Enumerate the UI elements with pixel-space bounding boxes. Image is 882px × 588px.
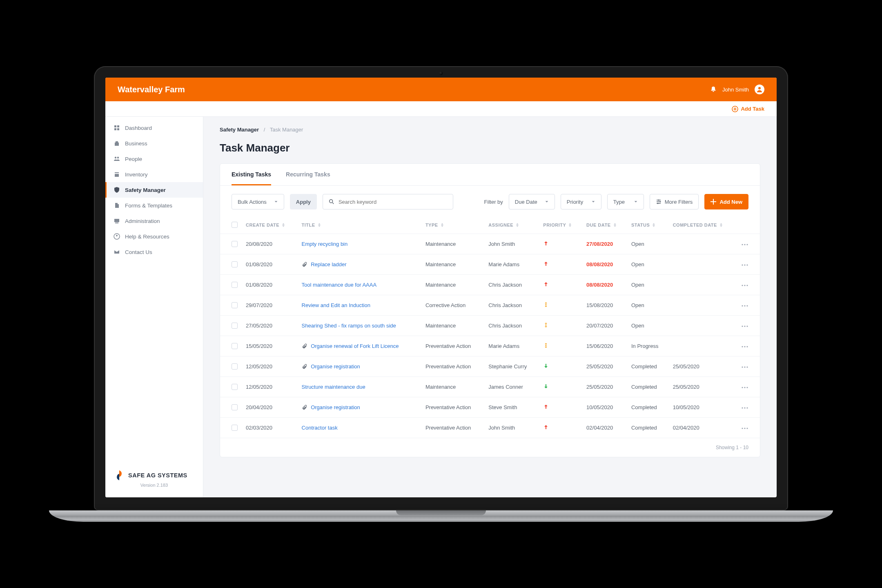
col-priority[interactable]: Priority — [543, 223, 572, 227]
table-footer: Showing 1 - 10 — [220, 438, 760, 457]
sidebar-item-help-resources[interactable]: Help & Resources — [105, 229, 203, 244]
table-row: 12/05/2020 Structure maintenance due Mai… — [220, 377, 760, 397]
row-actions-icon[interactable] — [741, 345, 748, 348]
cell-assignee: Marie Adams — [484, 336, 539, 356]
cell-title: Organise registration — [298, 397, 421, 418]
task-title-link[interactable]: Replace ladder — [311, 261, 346, 267]
filter-priority[interactable]: Priority — [561, 194, 601, 209]
tasks-table: Create Date Title Type Assignee Priority… — [220, 218, 760, 438]
row-actions-icon[interactable] — [741, 325, 748, 327]
sub-bar: Add Task — [105, 101, 777, 117]
row-checkbox[interactable] — [232, 241, 238, 247]
cell-title: Organise renewal of Fork Lift Licence — [298, 336, 421, 356]
sidebar-item-label: Business — [125, 140, 147, 147]
row-actions-icon[interactable] — [741, 284, 748, 287]
sidebar-item-safety-manager[interactable]: Safety Manager — [105, 182, 203, 198]
cell-assignee: Chris Jackson — [484, 275, 539, 295]
bell-icon[interactable] — [710, 86, 717, 93]
row-actions-icon[interactable] — [741, 366, 748, 368]
row-checkbox[interactable] — [232, 282, 238, 288]
cell-assignee: James Conner — [484, 377, 539, 397]
add-task-button[interactable]: Add Task — [732, 106, 764, 112]
cell-status: Open — [627, 254, 669, 275]
row-checkbox[interactable] — [232, 363, 238, 370]
admin-icon — [114, 218, 120, 224]
cell-create-date: 27/05/2020 — [242, 316, 298, 336]
task-title-link[interactable]: Organise registration — [311, 363, 360, 370]
search-input[interactable] — [339, 199, 447, 205]
row-checkbox[interactable] — [232, 323, 238, 329]
task-title-link[interactable]: Review and Edit an Induction — [302, 302, 370, 308]
add-new-button[interactable]: Add New — [704, 194, 748, 209]
col-create-date[interactable]: Create Date — [246, 223, 285, 227]
select-all-checkbox[interactable] — [232, 222, 238, 228]
add-task-label: Add Task — [741, 106, 764, 112]
col-status[interactable]: Status — [631, 223, 655, 227]
cell-completed-date — [669, 254, 737, 275]
chevron-down-icon — [274, 200, 278, 204]
cell-completed-date — [669, 234, 737, 254]
priority-high-icon — [543, 261, 549, 267]
sidebar-item-inventory[interactable]: Inventory — [105, 167, 203, 182]
row-actions-icon[interactable] — [741, 407, 748, 409]
task-title-link[interactable]: Tool maintenance due for AAAA — [302, 282, 377, 288]
row-checkbox[interactable] — [232, 343, 238, 349]
sidebar-item-label: People — [125, 156, 142, 162]
cell-priority — [539, 356, 582, 377]
task-title-link[interactable]: Organise renewal of Fork Lift Licence — [311, 343, 399, 349]
filter-type[interactable]: Type — [607, 194, 644, 209]
breadcrumb-root[interactable]: Safety Manager — [220, 127, 259, 133]
screen-bezel: Watervalley Farm John Smith Add Task D — [94, 66, 788, 510]
col-due-date[interactable]: Due Date — [586, 223, 616, 227]
cell-title: Empty recycling bin — [298, 234, 421, 254]
forms-icon — [114, 202, 120, 209]
row-actions-icon[interactable] — [741, 264, 748, 266]
table-row: 01/08/2020 Tool maintenance due for AAAA… — [220, 275, 760, 295]
col-title[interactable]: Title — [302, 223, 321, 227]
row-checkbox[interactable] — [232, 261, 238, 267]
priority-low-icon — [543, 363, 549, 369]
row-actions-icon[interactable] — [741, 305, 748, 307]
sidebar-item-dashboard[interactable]: Dashboard — [105, 120, 203, 136]
priority-high-icon — [543, 281, 549, 287]
tabs: Existing Tasks Recurring Tasks — [220, 164, 760, 186]
bulk-actions-select[interactable]: Bulk Actions — [232, 194, 284, 209]
row-actions-icon[interactable] — [741, 386, 748, 389]
sidebar-item-forms-templates[interactable]: Forms & Templates — [105, 198, 203, 213]
row-checkbox[interactable] — [232, 404, 238, 410]
row-checkbox[interactable] — [232, 384, 238, 390]
cell-type: Preventative Action — [421, 356, 484, 377]
apply-button[interactable]: Apply — [290, 194, 317, 209]
filter-due-date[interactable]: Due Date — [509, 194, 555, 209]
task-title-link[interactable]: Empty recycling bin — [302, 241, 348, 247]
cell-type: Preventative Action — [421, 418, 484, 438]
priority-high-icon — [543, 241, 549, 246]
task-title-link[interactable]: Organise registration — [311, 404, 360, 410]
priority-med-icon — [543, 322, 549, 328]
sidebar-item-contact-us[interactable]: Contact Us — [105, 244, 203, 260]
col-assignee[interactable]: Assignee — [488, 223, 519, 227]
more-filters-button[interactable]: More Filters — [650, 194, 699, 209]
search-box[interactable] — [323, 194, 453, 209]
task-title-link[interactable]: Contractor task — [302, 425, 338, 431]
sidebar-item-business[interactable]: Business — [105, 136, 203, 151]
sidebar-item-people[interactable]: People — [105, 151, 203, 167]
row-actions-icon[interactable] — [741, 243, 748, 246]
tab-existing[interactable]: Existing Tasks — [232, 164, 271, 185]
row-checkbox[interactable] — [232, 302, 238, 308]
row-actions-icon[interactable] — [741, 427, 748, 430]
user-name[interactable]: John Smith — [722, 87, 749, 93]
task-title-link[interactable]: Shearing Shed - fix ramps on south side — [302, 323, 396, 329]
avatar[interactable] — [755, 85, 764, 94]
col-type[interactable]: Type — [425, 223, 444, 227]
table-row: 12/05/2020 Organise registration Prevent… — [220, 356, 760, 377]
cell-completed-date — [669, 316, 737, 336]
brand: SAFE AG SYSTEMS — [114, 470, 195, 481]
sidebar-item-administration[interactable]: Administration — [105, 213, 203, 229]
row-checkbox[interactable] — [232, 425, 238, 431]
cell-completed-date: 25/05/2020 — [669, 356, 737, 377]
task-title-link[interactable]: Structure maintenance due — [302, 384, 365, 390]
cell-title: Structure maintenance due — [298, 377, 421, 397]
tab-recurring[interactable]: Recurring Tasks — [286, 164, 330, 185]
col-completed-date[interactable]: Completed Date — [673, 223, 723, 227]
